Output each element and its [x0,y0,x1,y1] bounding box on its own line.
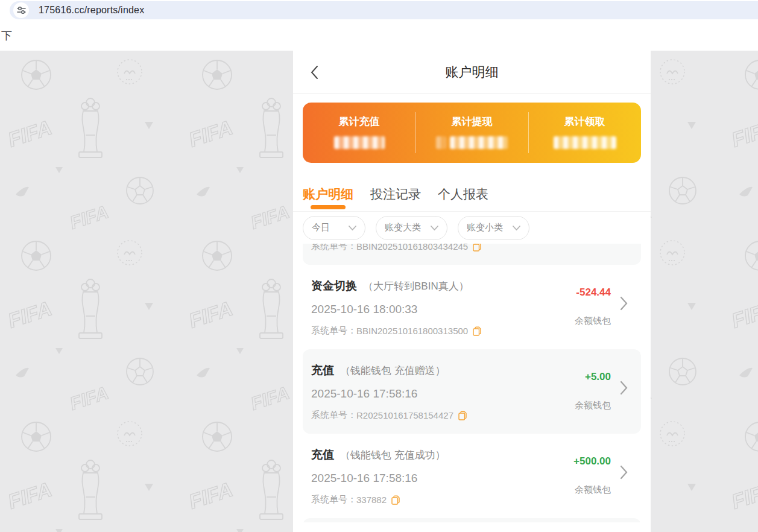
stat-label: 累计提现 [452,115,493,128]
site-settings-icon[interactable] [13,2,29,18]
browser-address-bar: 175616.cc/reports/index [0,0,758,20]
tab-label: 个人报表 [438,187,488,201]
transaction-subtype: （钱能钱包 充值赠送） [340,365,446,376]
stat-total-deposit: 累计充值 [303,103,415,163]
blurred-value [334,136,385,149]
filter-date-select[interactable]: 今日 [303,216,365,240]
copy-icon[interactable] [473,326,481,336]
order-number-line: 系统单号：337882 [311,494,400,505]
order-prefix: 系统单号： [311,325,356,337]
transaction-row-next[interactable] [303,518,641,522]
transaction-amount: +5.00 [585,371,611,383]
stats-card: 累计充值 累计提现 累计领取 [303,103,641,163]
transaction-type: 资金切换（大厅转到BBIN真人） [311,278,469,294]
filter-label: 账变小类 [467,222,503,233]
blurred-value [436,136,446,149]
url-text[interactable]: 175616.cc/reports/index [39,5,144,16]
filter-bar: 今日 账变大类 账变小类 [293,212,651,244]
chevron-down-icon [431,226,438,230]
filter-label: 账变大类 [385,222,421,233]
transaction-row[interactable]: 充值（钱能钱包 充值成功） 2025-10-16 17:58:16 系统单号：3… [303,434,641,518]
tab-bet-records[interactable]: 投注记录 [370,186,421,211]
transaction-list[interactable]: 系统单号：BBIN202510161803434245 资金切换（大厅转到BBI… [293,244,651,522]
chevron-right-icon [620,465,628,480]
transaction-time: 2025-10-16 17:58:16 [311,387,417,401]
tab-bar: 账户明细 投注记录 个人报表 [293,163,651,212]
stat-label: 累计充值 [339,115,380,128]
copy-icon[interactable] [473,244,481,252]
divider [415,112,416,153]
wallet-label: 余额钱包 [575,484,611,496]
tab-personal-report[interactable]: 个人报表 [438,186,488,211]
copy-icon[interactable] [458,411,467,420]
transaction-type: 充值（钱能钱包 充值赠送） [311,363,446,378]
account-detail-panel: 账户明细 累计充值 累计提现 累计领取 账户明细 [293,51,651,532]
page-title: 账户明细 [293,51,651,93]
copy-icon[interactable] [391,495,400,505]
chevron-right-icon [620,381,628,395]
divider [528,112,529,153]
stat-label: 累计领取 [564,115,605,128]
wallet-label: 余额钱包 [575,400,611,411]
panel-header: 账户明细 [293,51,651,93]
transaction-row[interactable]: 资金切换（大厅转到BBIN真人） 2025-10-16 18:00:33 系统单… [303,265,641,349]
order-prefix: 系统单号： [311,410,356,421]
tab-label: 账户明细 [303,187,353,201]
transaction-time: 2025-10-16 17:58:16 [311,472,417,485]
order-prefix: 系统单号： [311,244,356,252]
transaction-type: 充值（钱能钱包 充值成功） [311,447,446,463]
transaction-row[interactable]: 充值（钱能钱包 充值赠送） 2025-10-16 17:58:16 系统单号：R… [303,349,641,434]
page: 175616.cc/reports/index 下 [0,0,758,532]
back-button[interactable] [310,65,324,80]
order-number: 337882 [356,495,387,505]
order-prefix: 系统单号： [311,494,356,505]
stat-total-withdraw: 累计提现 [415,103,528,163]
transaction-subtype: （钱能钱包 充值成功） [340,449,446,461]
page-text-fragment: 下 [1,28,12,43]
wallet-label: 余额钱包 [575,315,611,327]
tab-account-detail[interactable]: 账户明细 [303,186,353,211]
order-number-line: 系统单号：BBIN202510161803434245 [311,244,481,252]
filter-minor-category-select[interactable]: 账变小类 [458,216,529,240]
filter-label: 今日 [312,222,330,233]
order-number-line: 系统单号：R202510161758154427 [311,410,467,421]
transaction-time: 2025-10-16 18:00:33 [311,303,417,316]
chevron-down-icon [349,226,356,230]
order-number: BBIN202510161803434245 [356,244,468,252]
order-number: BBIN202510161800313500 [356,326,468,336]
transaction-subtype: （大厅转到BBIN真人） [363,280,469,292]
transaction-amount: +500.00 [573,455,611,467]
active-tab-underline [311,205,346,209]
chevron-right-icon [620,296,628,311]
url-pill[interactable]: 175616.cc/reports/index [10,1,758,19]
transaction-row-partial[interactable]: 系统单号：BBIN202510161803434245 [303,244,641,265]
blurred-value [450,136,508,149]
blurred-value [554,136,616,149]
order-number: R202510161758154427 [356,410,453,420]
filter-major-category-select[interactable]: 账变大类 [376,216,447,240]
transaction-amount: -524.44 [576,287,611,299]
tab-label: 投注记录 [370,187,421,201]
order-number-line: 系统单号：BBIN202510161800313500 [311,325,481,337]
stat-total-claim: 累计领取 [528,103,641,163]
chevron-down-icon [513,226,520,230]
